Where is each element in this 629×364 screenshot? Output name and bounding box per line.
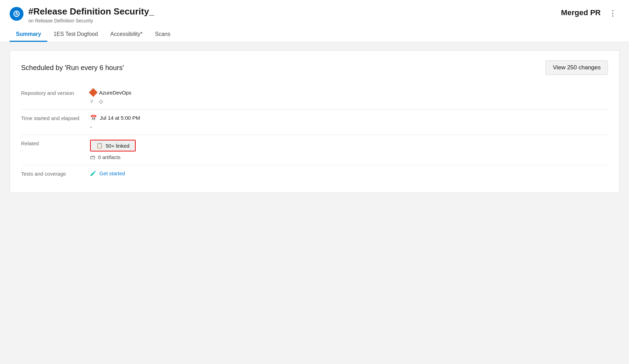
title-group: #Release Definition Security_ on Release… xyxy=(28,6,154,23)
time-value: 📅 Jul 14 at 5:00 PM - xyxy=(90,110,608,135)
summary-card: Scheduled by 'Run every 6 hours' View 25… xyxy=(10,50,619,193)
page-subtitle: on Release Definition Security xyxy=(28,18,154,23)
related-value: 📋 50+ linked 🗃 0 artifacts xyxy=(90,135,608,165)
time-elapsed: - xyxy=(90,124,608,130)
tab-nav: Summary 1ES Test Dogfood Accessibility* … xyxy=(10,28,619,42)
tab-scans[interactable]: Scans xyxy=(149,28,176,42)
view-changes-button[interactable]: View 250 changes xyxy=(545,60,608,75)
linked-count: 50+ linked xyxy=(106,143,129,149)
tab-summary[interactable]: Summary xyxy=(10,28,47,42)
header-top-row: #Release Definition Security_ on Release… xyxy=(10,6,619,23)
clock-icon xyxy=(13,10,20,18)
tests-line: 🧪 Get started xyxy=(90,170,608,176)
tab-accessibility[interactable]: Accessibility* xyxy=(104,28,149,42)
branch-icon: ⑂ xyxy=(90,98,94,105)
scheduled-text: Scheduled by 'Run every 6 hours' xyxy=(21,64,124,72)
commit-icon: ◇ xyxy=(99,98,103,105)
card-header: Scheduled by 'Run every 6 hours' View 25… xyxy=(21,60,608,75)
linked-icon: 📋 xyxy=(96,142,103,149)
get-started-text: Get started xyxy=(99,170,125,176)
artifacts-count: 0 artifacts xyxy=(98,154,120,160)
page-title: #Release Definition Security_ xyxy=(28,6,154,17)
linked-items-button[interactable]: 📋 50+ linked xyxy=(90,140,136,151)
time-started-line: 📅 Jul 14 at 5:00 PM xyxy=(90,115,608,121)
repo-name-line: AzureDevOps xyxy=(90,89,608,96)
related-label: Related xyxy=(21,135,90,151)
branch-commit-line: ⑂ ◇ xyxy=(90,98,608,105)
merged-pr-badge: Merged PR xyxy=(561,8,601,17)
calendar-icon: 📅 xyxy=(90,115,97,121)
repo-name: AzureDevOps xyxy=(99,90,131,96)
page-header: #Release Definition Security_ on Release… xyxy=(0,0,629,42)
repo-label: Repository and version xyxy=(21,85,90,101)
artifacts-icon: 🗃 xyxy=(90,154,95,160)
repo-diamond-icon xyxy=(89,88,97,97)
header-left-group: #Release Definition Security_ on Release… xyxy=(10,6,154,23)
tests-value: 🧪 Get started xyxy=(90,165,608,181)
get-started-link[interactable]: 🧪 Get started xyxy=(90,170,125,176)
info-grid: Repository and version AzureDevOps ⑂ ◇ T… xyxy=(21,85,608,181)
main-content: Scheduled by 'Run every 6 hours' View 25… xyxy=(0,42,629,201)
tests-label: Tests and coverage xyxy=(21,165,90,181)
time-started: Jul 14 at 5:00 PM xyxy=(100,115,140,121)
repo-value: AzureDevOps ⑂ ◇ xyxy=(90,85,608,109)
flask-icon: 🧪 xyxy=(90,170,97,176)
time-label: Time started and elapsed xyxy=(21,110,90,126)
tab-1es-test-dogfood[interactable]: 1ES Test Dogfood xyxy=(47,28,104,42)
more-options-button[interactable]: ⋮ xyxy=(606,8,619,19)
avatar xyxy=(10,7,23,21)
artifacts-line: 🗃 0 artifacts xyxy=(90,154,608,160)
